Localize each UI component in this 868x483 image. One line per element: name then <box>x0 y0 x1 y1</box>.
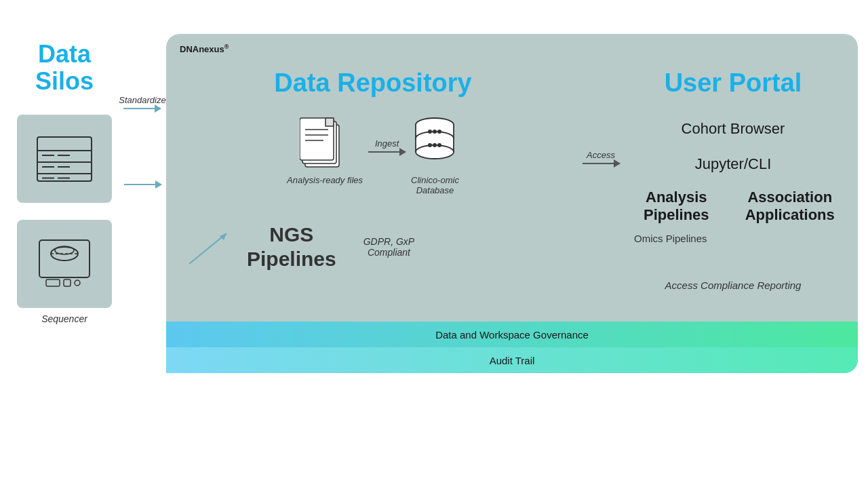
svg-point-32 <box>428 130 432 134</box>
files-icon <box>300 115 351 172</box>
svg-rect-0 <box>37 137 92 181</box>
dna-text: DNA <box>180 44 199 54</box>
sequencer-arrow-group <box>124 184 161 185</box>
registered-mark: ® <box>224 43 229 50</box>
database-label: Clinico-omicDatabase <box>411 175 459 195</box>
svg-point-35 <box>428 143 432 147</box>
diagonal-arrow-svg <box>186 227 233 267</box>
omics-pipelines-item: Omics Pipelines <box>631 230 710 247</box>
top-silo-box <box>17 115 112 203</box>
data-silos-title: Data Silos <box>10 41 119 94</box>
access-label: Access <box>587 150 615 160</box>
standardize-arrow <box>123 108 161 109</box>
gdpr-label: GDPR, GxPCompliant <box>363 236 414 258</box>
repo-container: DNAnexus® Data Repository <box>166 34 858 373</box>
standardize-arrow-line <box>123 108 161 109</box>
data-repository-title: Data Repository <box>274 69 471 98</box>
data-table-icon <box>34 134 95 185</box>
svg-point-33 <box>433 130 437 134</box>
svg-rect-15 <box>64 279 71 286</box>
standardize-label: Standardize <box>119 95 165 105</box>
cohort-browser-item: Cohort Browser <box>676 115 791 143</box>
page-wrapper: Data Silos <box>0 0 868 483</box>
sequencer-arrow-line <box>124 184 161 185</box>
standardize-arrow-group: Standardize <box>119 95 165 109</box>
dnanexus-logo: DNAnexus® <box>180 43 229 54</box>
access-arrowhead <box>614 159 620 168</box>
ngs-pipelines-text: NGSPipelines <box>247 223 336 271</box>
svg-point-16 <box>75 280 80 286</box>
between-arrows: Standardize <box>119 34 166 185</box>
svg-marker-39 <box>220 233 226 240</box>
svg-point-37 <box>437 143 441 147</box>
data-silos-section: Data Silos <box>10 41 119 324</box>
ingest-label: Ingest <box>375 138 399 149</box>
analysis-row: AnalysisPipelines AssociationApplication… <box>625 189 842 225</box>
nexus-text: nexus <box>199 44 224 54</box>
diagonal-arrow-container <box>186 227 233 267</box>
bottom-bars: Data and Workspace Governance Audit Trai… <box>166 322 858 373</box>
svg-point-34 <box>437 130 441 134</box>
user-portal-title: User Portal <box>665 69 802 98</box>
ingest-arrow <box>368 151 406 153</box>
sequencer-arrow <box>124 184 161 185</box>
analysis-pipelines-item: AnalysisPipelines <box>625 189 728 225</box>
database-icon <box>411 115 458 172</box>
audit-bar: Audit Trail <box>166 347 858 373</box>
governance-bar: Data and Workspace Governance <box>166 322 858 347</box>
access-arrow <box>583 163 620 164</box>
svg-line-38 <box>189 233 226 264</box>
svg-point-36 <box>433 143 437 147</box>
svg-rect-14 <box>46 279 60 286</box>
sequencer-label: Sequencer <box>41 313 87 324</box>
top-flow: Analysis-ready files Ingest <box>287 115 459 195</box>
files-item: Analysis-ready files <box>287 115 363 185</box>
ingest-arrow-group: Ingest <box>368 138 406 153</box>
association-applications-item: AssociationApplications <box>738 189 842 225</box>
ngs-section: NGSPipelines GDPR, GxPCompliant <box>186 223 567 271</box>
sequencer-icon <box>34 237 95 291</box>
bottom-silo-box <box>17 220 112 308</box>
diagram: Data Silos <box>0 0 868 483</box>
database-item: Clinico-omicDatabase <box>411 115 459 195</box>
jupyter-cli-item: Jupyter/CLI <box>690 150 777 178</box>
ingest-arrowhead <box>399 148 406 156</box>
files-label: Analysis-ready files <box>287 175 363 185</box>
access-compliance-item: Access Compliance Reporting <box>660 274 807 296</box>
